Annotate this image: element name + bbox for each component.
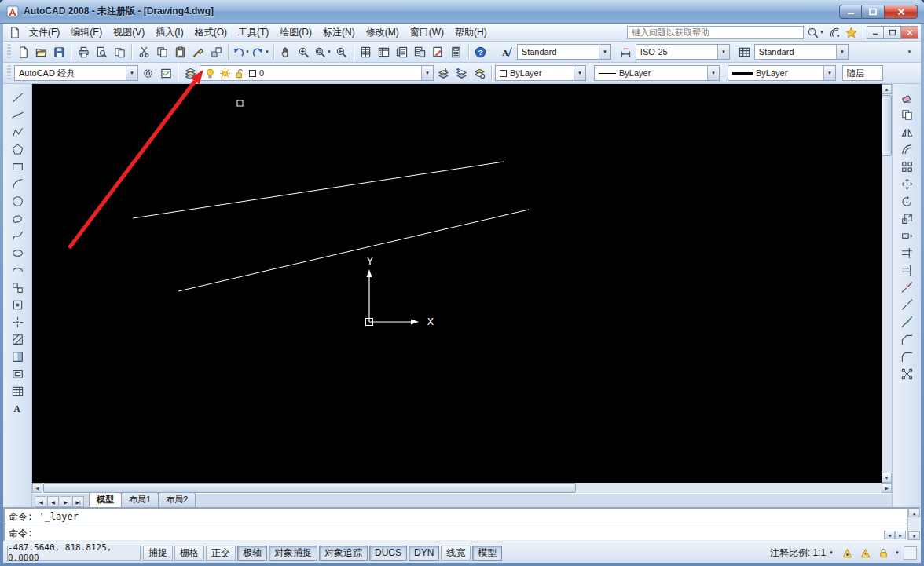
zoom-previous-button[interactable] bbox=[333, 43, 350, 60]
tool-offset-button[interactable] bbox=[896, 141, 917, 158]
tool-break-at-point-button[interactable] bbox=[896, 279, 917, 296]
vertical-scroll-thumb[interactable] bbox=[882, 95, 892, 156]
toggle-lwt[interactable]: 线宽 bbox=[441, 546, 471, 561]
tool-gradient-button[interactable] bbox=[7, 349, 28, 365]
drawing-canvas[interactable]: YX ▲ ▼ bbox=[32, 84, 892, 483]
annotation-visibility-icon[interactable] bbox=[840, 546, 854, 561]
tool-move-button[interactable] bbox=[896, 176, 917, 192]
clean-screen-button[interactable] bbox=[904, 546, 917, 560]
tool-array-button[interactable] bbox=[896, 159, 917, 175]
chevron-down-icon[interactable]: ▼ bbox=[245, 49, 250, 54]
tool-chamfer-button[interactable] bbox=[896, 331, 917, 348]
tool-copy-button[interactable] bbox=[896, 107, 917, 123]
toggle-model-space[interactable]: 模型 bbox=[472, 546, 502, 561]
layer-states-manager-button[interactable] bbox=[471, 64, 488, 82]
favorites-button[interactable] bbox=[844, 26, 859, 39]
menu-draw[interactable]: 绘图(D) bbox=[274, 24, 317, 42]
layer-thaw-sun-icon[interactable] bbox=[219, 68, 231, 79]
table-style-combo[interactable]: Standard ▼ bbox=[754, 44, 849, 60]
tool-explode-button[interactable] bbox=[896, 366, 917, 382]
mdi-restore-button[interactable] bbox=[884, 26, 901, 39]
menu-format[interactable]: 格式(O) bbox=[189, 24, 233, 42]
layer-unlock-icon[interactable] bbox=[234, 68, 246, 79]
tool-rectangle-button[interactable] bbox=[7, 159, 28, 175]
command-scrollbar[interactable]: ▲ ▼ bbox=[908, 509, 919, 540]
tool-stretch-button[interactable] bbox=[896, 228, 917, 244]
workspace-combo-arrow[interactable]: ▼ bbox=[126, 66, 138, 80]
toolbar-overflow-button[interactable]: ▼ bbox=[900, 43, 918, 60]
horizontal-scroll-thumb[interactable] bbox=[43, 483, 576, 493]
menu-help[interactable]: 帮助(H) bbox=[449, 24, 493, 42]
toggle-dyn[interactable]: DYN bbox=[409, 546, 439, 561]
toggle-otrack[interactable]: 对象追踪 bbox=[319, 546, 368, 561]
publish-button[interactable] bbox=[111, 43, 128, 60]
scroll-down-arrow[interactable]: ▼ bbox=[882, 473, 892, 483]
tab-model[interactable]: 模型 bbox=[89, 492, 122, 507]
command-scroll-right-arrow[interactable]: ▶ bbox=[895, 531, 906, 539]
scroll-right-arrow[interactable]: ▶ bbox=[882, 483, 892, 493]
drawing-system-icon[interactable] bbox=[9, 27, 20, 38]
search-button[interactable]: ▼ bbox=[805, 26, 826, 39]
help-button[interactable]: ? bbox=[472, 43, 490, 60]
block-editor-button[interactable] bbox=[207, 43, 225, 60]
titlebar[interactable]: AutoCAD 2008 - 未注册版 - [Drawing4.dwg] bbox=[0, 0, 924, 24]
copy-object-button[interactable] bbox=[153, 43, 170, 60]
command-scroll-left-arrow[interactable]: ◀ bbox=[884, 531, 895, 539]
tool-extend-button[interactable] bbox=[896, 262, 917, 279]
menu-file[interactable]: 文件(F) bbox=[24, 24, 65, 42]
zoom-window-button[interactable]: ▼ bbox=[314, 43, 332, 60]
tool-point-button[interactable] bbox=[7, 314, 28, 330]
paste-button[interactable] bbox=[171, 43, 189, 60]
text-style-button[interactable]: A bbox=[499, 43, 516, 60]
help-search-input[interactable] bbox=[627, 26, 804, 39]
tool-spline-button[interactable] bbox=[7, 228, 28, 244]
layer-properties-manager-button[interactable] bbox=[182, 64, 199, 82]
layer-combo[interactable]: 0 ▼ bbox=[200, 65, 434, 81]
coordinates-readout[interactable]: -487.5640, 818.8125, 0.0000 bbox=[7, 546, 141, 561]
save-button[interactable] bbox=[50, 43, 68, 60]
command-input-line[interactable]: 命令: bbox=[5, 524, 919, 542]
close-button[interactable] bbox=[885, 5, 918, 19]
layer-on-bulb-icon[interactable] bbox=[204, 68, 216, 79]
workspace-combo[interactable]: AutoCAD 经典 ▼ bbox=[14, 65, 138, 81]
command-scroll-down-arrow[interactable]: ▼ bbox=[908, 531, 920, 540]
tool-erase-button[interactable] bbox=[896, 89, 917, 106]
layer-combo-arrow[interactable]: ▼ bbox=[421, 66, 433, 80]
table-style-combo-arrow[interactable]: ▼ bbox=[836, 45, 848, 59]
menu-window[interactable]: 窗口(W) bbox=[405, 24, 449, 42]
tool-trim-button[interactable] bbox=[896, 245, 917, 261]
tool-insert-block-button[interactable] bbox=[7, 279, 28, 296]
tool-mirror-button[interactable] bbox=[896, 124, 917, 141]
menu-edit[interactable]: 编辑(E) bbox=[65, 24, 108, 42]
toggle-osnap[interactable]: 对象捕捉 bbox=[269, 546, 317, 561]
layer-color-swatch[interactable] bbox=[249, 70, 256, 77]
pan-realtime-button[interactable] bbox=[277, 43, 295, 60]
comm-center-button[interactable] bbox=[827, 26, 842, 39]
tool-rotate-button[interactable] bbox=[896, 193, 917, 210]
minimize-button[interactable] bbox=[839, 5, 862, 19]
command-window[interactable]: 命令: '_layer 命令: ◀ ▶ ▲ ▼ bbox=[3, 507, 921, 542]
status-menu-arrow[interactable]: ▼ bbox=[895, 550, 900, 555]
tool-hatch-button[interactable] bbox=[7, 331, 28, 348]
markup-set-manager-button[interactable] bbox=[430, 43, 447, 60]
toolbar-lock-icon[interactable] bbox=[876, 546, 890, 561]
chevron-down-icon[interactable]: ▼ bbox=[265, 49, 270, 54]
designcenter-button[interactable] bbox=[376, 43, 393, 60]
vertical-scrollbar[interactable]: ▲ ▼ bbox=[882, 84, 892, 483]
table-style-button[interactable] bbox=[736, 43, 754, 60]
cut-button[interactable] bbox=[135, 43, 152, 60]
tool-multiline-text-button[interactable]: A bbox=[7, 400, 28, 417]
toggle-snap[interactable]: 捕捉 bbox=[143, 546, 173, 561]
tool-scale-button[interactable] bbox=[896, 210, 917, 227]
toolbar-grip[interactable] bbox=[7, 44, 11, 60]
tab-nav-1[interactable]: ◀ bbox=[47, 496, 59, 507]
tool-arc-button[interactable] bbox=[7, 176, 28, 192]
toggle-ortho[interactable]: 正交 bbox=[206, 546, 236, 561]
text-style-combo-arrow[interactable]: ▼ bbox=[599, 45, 610, 59]
match-properties-button[interactable] bbox=[189, 43, 207, 60]
plot-button[interactable] bbox=[75, 43, 92, 60]
tab-nav-2[interactable]: ▶ bbox=[60, 496, 72, 507]
scroll-up-arrow[interactable]: ▲ bbox=[882, 84, 892, 94]
tool-polygon-button[interactable] bbox=[7, 141, 28, 158]
menu-tools[interactable]: 工具(T) bbox=[233, 24, 274, 42]
